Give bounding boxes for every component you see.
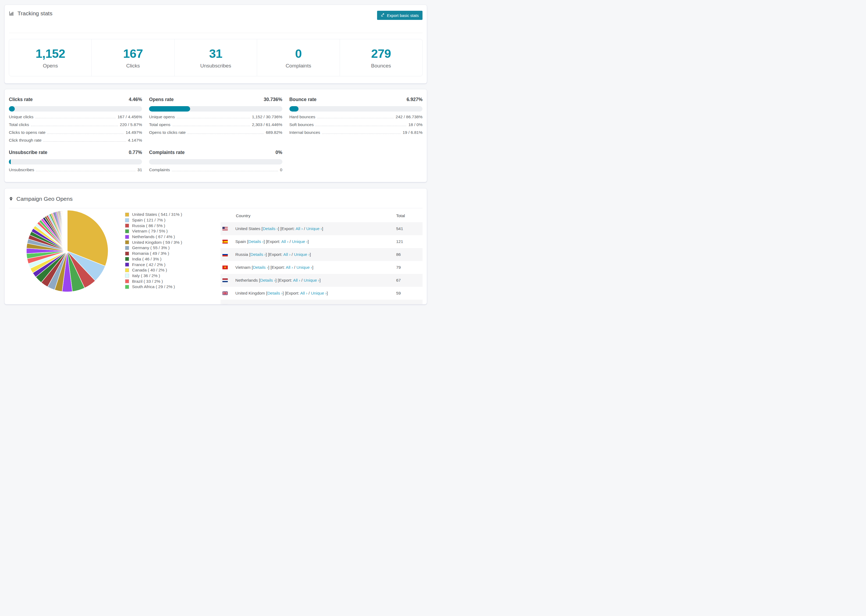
- export-all-link[interactable]: All ›: [283, 252, 290, 257]
- dotted-leader: [47, 134, 124, 134]
- slash: /: [303, 226, 306, 231]
- slash: /: [293, 265, 296, 270]
- legend-item-russia: Russia ( 86 / 5% ): [125, 223, 220, 228]
- details-link[interactable]: Details ›: [263, 226, 278, 231]
- export-unique-link[interactable]: Unique ›: [304, 278, 320, 283]
- details-link[interactable]: Details ›: [253, 265, 268, 270]
- legend-label: Netherlands ( 67 / 4% ): [132, 234, 175, 239]
- export-unique-link[interactable]: Unique ›: [311, 291, 327, 295]
- bracket: ]: [268, 265, 271, 270]
- unsubscribe-rate-rows: Unsubscribes31: [9, 167, 142, 172]
- rate-value: 0.77%: [129, 150, 142, 156]
- country-name: Vietnam: [235, 265, 252, 270]
- rate-detail-value: 2,303 / 61.446%: [252, 122, 282, 127]
- legend-label: France ( 42 / 2% ): [132, 262, 165, 267]
- rate-detail-label: Opens to clicks rate: [149, 130, 186, 135]
- legend-item-united-kingdom: United Kingdom ( 59 / 3% ): [125, 239, 220, 245]
- summary-stat-value: 0: [295, 47, 302, 61]
- country-column-header: Country: [222, 214, 396, 218]
- tracking-stats-title: Tracking stats: [9, 10, 52, 17]
- rate-detail-row: Opens to clicks rate689.82%: [149, 130, 282, 135]
- summary-stat-label: Unsubscribes: [200, 63, 231, 69]
- legend-swatch: [125, 218, 129, 222]
- export-label: [Export:: [266, 239, 281, 244]
- legend-label: Germany ( 55 / 3% ): [132, 245, 170, 250]
- opens-rate-rows: Unique opens1,152 / 30.736%Total opens2,…: [149, 114, 282, 135]
- legend-item-france: France ( 42 / 2% ): [125, 262, 220, 267]
- legend-item-germany: Germany ( 55 / 3% ): [125, 245, 220, 251]
- geo-table-country-cell: Russia [Details ›] [Export: All › / Uniq…: [222, 252, 396, 257]
- rate-progress-fill: [290, 106, 299, 112]
- export-all-link[interactable]: All ›: [281, 239, 288, 244]
- export-unique-link[interactable]: Unique ›: [292, 239, 308, 244]
- geo-table-total-cell: 79: [396, 265, 419, 270]
- rate-detail-row: Total opens2,303 / 61.446%: [149, 122, 282, 127]
- rate-progress-track: [149, 159, 282, 165]
- export-unique-link[interactable]: Unique ›: [296, 265, 312, 270]
- export-basic-stats-button[interactable]: Export basic stats: [377, 11, 422, 20]
- geo-table-country-cell: United States [Details ›] [Export: All ›…: [222, 226, 396, 231]
- details-link[interactable]: Details ›: [250, 252, 266, 257]
- legend-item-brazil: Brazil ( 33 / 2% ): [125, 278, 220, 284]
- legend-label: Romania ( 49 / 3% ): [132, 251, 169, 256]
- export-label: [Export:: [285, 291, 300, 295]
- country-cell-text: Netherlands [Details ›] [Export: All › /…: [235, 278, 321, 283]
- slash: /: [290, 252, 294, 257]
- rates-card: Clicks rate4.46%Unique clicks167 / 4.456…: [4, 89, 427, 182]
- export-all-link[interactable]: All ›: [293, 278, 301, 283]
- export-all-link[interactable]: All ›: [296, 226, 303, 231]
- legend-label: Canada ( 40 / 2% ): [132, 268, 167, 272]
- export-all-link[interactable]: All ›: [286, 265, 293, 270]
- legend-swatch: [125, 268, 129, 272]
- details-link[interactable]: Details ›: [248, 239, 264, 244]
- legend-label: Italy ( 36 / 2% ): [132, 273, 160, 278]
- details-link[interactable]: Details ›: [260, 278, 276, 283]
- rate-detail-label: Clicks to opens rate: [9, 130, 46, 135]
- slash: /: [300, 278, 304, 283]
- tracking-stats-header: Tracking stats Export basic stats: [9, 5, 422, 33]
- complaints-rate-rows: Complaints0: [149, 167, 282, 172]
- bounce-rate-section: Bounce rate6.927%Hard bounces242 / 86.73…: [290, 97, 422, 143]
- rate-detail-label: Unsubscribes: [9, 167, 34, 172]
- flag-ru-icon: [222, 253, 228, 256]
- export-unique-link[interactable]: Unique ›: [306, 226, 322, 231]
- bounce-rate-head: Bounce rate6.927%: [290, 97, 422, 102]
- rate-value: 0%: [276, 150, 282, 156]
- bracket: ]: [326, 291, 328, 295]
- rate-detail-label: Click through rate: [9, 138, 41, 143]
- details-link[interactable]: Details ›: [267, 291, 283, 295]
- legend-label: India ( 46 / 3% ): [132, 257, 161, 261]
- tracking-stats-card: Tracking stats Export basic stats 1,152O…: [4, 5, 427, 83]
- bounce-rate-rows: Hard bounces242 / 86.738%Soft bounces18 …: [290, 114, 422, 135]
- bar-chart-icon: [9, 11, 14, 16]
- geo-table-row: Netherlands [Details ›] [Export: All › /…: [220, 274, 422, 287]
- flag-nl-icon: [222, 278, 228, 282]
- geo-opens-card: Campaign Geo Opens United States ( 541 /…: [4, 188, 427, 305]
- export-unique-link[interactable]: Unique ›: [294, 252, 310, 257]
- flag-gb-icon: [222, 291, 228, 295]
- legend-label: United States ( 541 / 31% ): [132, 212, 182, 217]
- country-name: United States: [235, 226, 261, 231]
- rate-detail-row: Unique opens1,152 / 30.736%: [149, 114, 282, 119]
- flag-de-partial-icon: [222, 304, 228, 305]
- export-all-link[interactable]: All ›: [300, 291, 307, 295]
- geo-table-row: [220, 300, 422, 305]
- rate-progress-fill: [9, 159, 11, 165]
- rates-grid: Clicks rate4.46%Unique clicks167 / 4.456…: [9, 97, 422, 172]
- country-cell-text: Vietnam [Details ›] [Export: All › / Uni…: [235, 265, 313, 270]
- rate-detail-value: 1,152 / 30.736%: [252, 115, 282, 119]
- legend-label: Russia ( 86 / 5% ): [132, 223, 165, 228]
- geo-table-country-cell: Netherlands [Details ›] [Export: All › /…: [222, 278, 396, 283]
- geo-table-country-cell: ★Vietnam [Details ›] [Export: All › / Un…: [222, 265, 396, 270]
- bracket: ]: [320, 278, 321, 283]
- export-label: [Export:: [278, 278, 293, 283]
- dotted-leader: [187, 134, 264, 134]
- legend-label: South Africa ( 29 / 2% ): [132, 284, 175, 289]
- rate-progress-fill: [149, 106, 190, 112]
- flag-vn-icon: ★: [222, 266, 228, 269]
- legend-item-netherlands: Netherlands ( 67 / 4% ): [125, 234, 220, 240]
- summary-stat-label: Bounces: [371, 63, 391, 69]
- legend-label: Vietnam ( 79 / 5% ): [132, 229, 168, 234]
- legend-swatch: [125, 257, 129, 261]
- opens-rate-head: Opens rate30.736%: [149, 97, 282, 102]
